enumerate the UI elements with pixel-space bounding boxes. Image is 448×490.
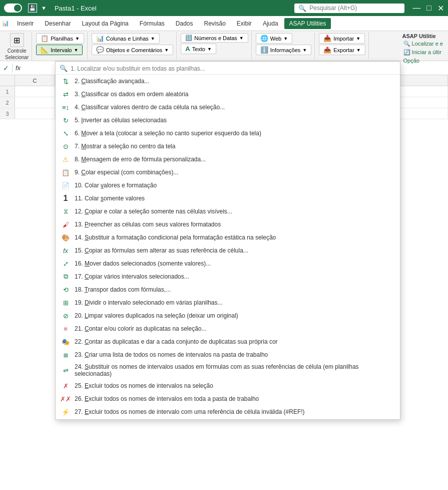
menu-entry-17[interactable]: ⧉ 17. Copiar vários intervalos seleciona… — [56, 270, 400, 283]
informacoes-label: Informações — [270, 47, 301, 53]
asap-label: ASAP Utilitie — [402, 33, 444, 39]
intervalo-btn[interactable]: 📐 Intervalo ▼ — [36, 45, 83, 55]
entry-9-text: 9. Colar especial (com combinações)... — [75, 169, 178, 176]
minimize-icon[interactable]: — — [412, 4, 420, 13]
menu-revisao[interactable]: Revisão — [199, 18, 231, 29]
exportar-label: Exportar — [333, 47, 354, 53]
dropdown-search-icon: 🔍 — [60, 65, 68, 72]
menu-entry-3[interactable]: ⇄ 3. Classificar os dados em ordem aleat… — [56, 88, 400, 101]
count-dup-icon: ≡ — [61, 324, 71, 333]
menu-formulas[interactable]: Fórmulas — [135, 18, 170, 29]
col-header-c[interactable]: C — [15, 75, 55, 86]
localizar-btn[interactable]: 🔍 Localizar e e — [402, 40, 444, 48]
warning-icon: ⚠ — [61, 155, 71, 164]
menu-entry-27[interactable]: ⚡ 27. Excluir todos os nomes de interval… — [56, 405, 400, 418]
menu-entry-10[interactable]: 📄 10. Colar valores e formatação — [56, 179, 400, 192]
intervalo-icon: 📐 — [41, 46, 49, 54]
menu-entry-18[interactable]: ⟲ 18. Transpor dados com fórmulas,... — [56, 283, 400, 296]
menu-entry-21[interactable]: ≡ 21. Contar e/ou colorir as duplicatas … — [56, 322, 400, 335]
move-screen-icon: ⤡ — [61, 129, 71, 138]
menu-dados[interactable]: Dados — [171, 18, 198, 29]
undo-icon[interactable]: ▼ — [41, 5, 47, 11]
iniciar-btn[interactable]: 🔄 Iniciar a últir — [402, 49, 444, 56]
menu-entry-24[interactable]: ⇌ 24. Substituir os nomes de intervalos … — [56, 361, 400, 379]
menu-asap[interactable]: ASAP Utilities — [284, 18, 331, 29]
menu-exibir[interactable]: Exibir — [232, 18, 257, 29]
dropdown-search-input[interactable] — [71, 65, 396, 72]
search-icon: 🔍 — [298, 5, 306, 12]
numeros-btn[interactable]: 🔢 Números e Datas ▼ — [181, 33, 248, 43]
menu-entry-16[interactable]: ⤢ 16. Mover dados selecionados (somente … — [56, 257, 400, 270]
ribbon-right: ASAP Utilitie 🔍 Localizar e e 🔄 Iniciar … — [400, 32, 446, 65]
numeros-label: Números e Datas — [194, 35, 237, 41]
menu-layout[interactable]: Layout da Página — [77, 18, 133, 29]
menu-desenhar[interactable]: Desenhar — [40, 18, 76, 29]
transpose-icon: ⟲ — [61, 285, 71, 294]
toggle-switch[interactable] — [4, 4, 22, 13]
menu-entry-5[interactable]: ↻ 5. Inverter as células selecionadas — [56, 114, 400, 127]
menu-entry-20[interactable]: ⊘ 20. Limpar valores duplicados na seleç… — [56, 309, 400, 322]
menu-entry-2[interactable]: ⇅ 2. Classificação avançada... — [56, 75, 400, 88]
objetos-btn[interactable]: 💬 Objetos e Comentários ▼ — [92, 45, 173, 55]
informacoes-chevron: ▼ — [302, 48, 307, 53]
menu-entry-19[interactable]: ⊞ 19. Dividir o intervalo selecionado em… — [56, 296, 400, 309]
entry-12-text: 12. Copiar e colar a seleção somente nas… — [75, 208, 232, 215]
app-icon: 📊 — [2, 20, 9, 27]
entry-23-text: 23. Criar uma lista de todos os nomes de… — [75, 351, 268, 358]
menu-entry-26[interactable]: ✗✗ 26. Excluir todos os nomes de interva… — [56, 392, 400, 405]
menu-entry-13[interactable]: 🖌 13. Preencher as células com seus valo… — [56, 218, 400, 231]
informacoes-btn[interactable]: ℹ️ Informações ▼ — [256, 45, 311, 55]
entry-6-text: 6. Mover a tela (colocar a seleção no ca… — [75, 130, 261, 137]
menu-entry-6[interactable]: ⤡ 6. Mover a tela (colocar a seleção no … — [56, 127, 400, 140]
save-icon[interactable]: 💾 — [28, 4, 37, 13]
web-icon: 🌐 — [260, 35, 268, 42]
menu-entry-14[interactable]: 🎨 14. Substituir a formatação condiciona… — [56, 231, 400, 244]
window-title: Pasta1 - Excel — [55, 5, 97, 12]
importar-btn[interactable]: 📥 Importar ▼ — [319, 33, 365, 44]
menu-entry-11[interactable]: 1 11. Colar somente valores — [56, 192, 400, 205]
menu-entry-8[interactable]: ⚠ 8. Mensagem de erro de fórmula persona… — [56, 153, 400, 166]
colunas-btn[interactable]: 📊 Colunas e Linhas ▼ — [92, 33, 160, 44]
copy-ranges-icon: ⧉ — [61, 272, 71, 281]
sort-list-icon: ≡↕ — [61, 103, 71, 112]
maximize-icon[interactable]: □ — [426, 4, 431, 13]
menu-entry-7[interactable]: ⊙ 7. Mostrar a seleção no centro da tela — [56, 140, 400, 153]
control-icon[interactable]: ⊞ — [10, 33, 24, 47]
exportar-btn[interactable]: 📤 Exportar ▼ — [319, 45, 365, 55]
menu-entry-9[interactable]: 📋 9. Colar especial (com combinações)... — [56, 166, 400, 179]
texto-btn[interactable]: A Texto ▼ — [181, 44, 216, 54]
numeros-chevron: ▼ — [239, 36, 244, 41]
filter-copy-icon: ⧖ — [61, 207, 71, 216]
menu-entry-15[interactable]: fx 15. Copiar as fórmulas sem alterar as… — [56, 244, 400, 257]
ribbon-group-numeros: 🔢 Números e Datas ▼ A Texto ▼ — [178, 32, 252, 59]
entry-13-text: 13. Preencher as células com seus valore… — [75, 221, 221, 228]
numeros-icon: 🔢 — [185, 35, 192, 41]
formula-check[interactable]: ✓ — [3, 64, 9, 72]
menu-entry-25[interactable]: ✗ 25. Excluir todos os nomes de interval… — [56, 379, 400, 392]
entry-8-text: 8. Mensagem de erro de fórmula personali… — [75, 156, 206, 163]
texto-chevron: ▼ — [207, 47, 212, 52]
menu-entry-22[interactable]: 🎭 22. Contar as duplicatas e dar a cada … — [56, 335, 400, 348]
cond-format-icon: 🎨 — [61, 233, 71, 242]
menu-ajuda[interactable]: Ajuda — [258, 18, 283, 29]
menu-inserir[interactable]: Inserir — [12, 18, 39, 29]
entry-5-text: 5. Inverter as células selecionadas — [75, 117, 167, 124]
menu-entry-12[interactable]: ⧖ 12. Copiar e colar a seleção somente n… — [56, 205, 400, 218]
entry-17-text: 17. Copiar vários intervalos selecionado… — [75, 273, 189, 280]
objetos-chevron: ▼ — [164, 48, 169, 53]
opcao-label[interactable]: Opção — [402, 57, 444, 64]
planilhas-icon: 📋 — [41, 35, 49, 42]
menu-entry-23[interactable]: ≣ 23. Criar uma lista de todos os nomes … — [56, 348, 400, 361]
selecionar-label: Selecionar — [5, 55, 29, 60]
planilhas-btn[interactable]: 📋 Planilhas ▼ — [36, 33, 84, 44]
entry-27-text: 27. Excluir todos os nomes de intervalo … — [75, 408, 305, 415]
menu-entry-4[interactable]: ≡↕ 4. Classificar valores dentro de cada… — [56, 101, 400, 114]
close-icon[interactable]: ✕ — [437, 4, 444, 13]
controle-label: Controle — [8, 48, 27, 54]
sort-asc-icon: ⇅ — [61, 77, 71, 86]
entry-2-text: 2. Classificação avançada... — [75, 78, 149, 85]
search-input[interactable] — [309, 5, 399, 12]
entry-7-text: 7. Mostrar a seleção no centro da tela — [75, 143, 175, 150]
web-btn[interactable]: 🌐 Web ▼ — [256, 33, 292, 44]
move-data-icon: ⤢ — [61, 259, 71, 268]
